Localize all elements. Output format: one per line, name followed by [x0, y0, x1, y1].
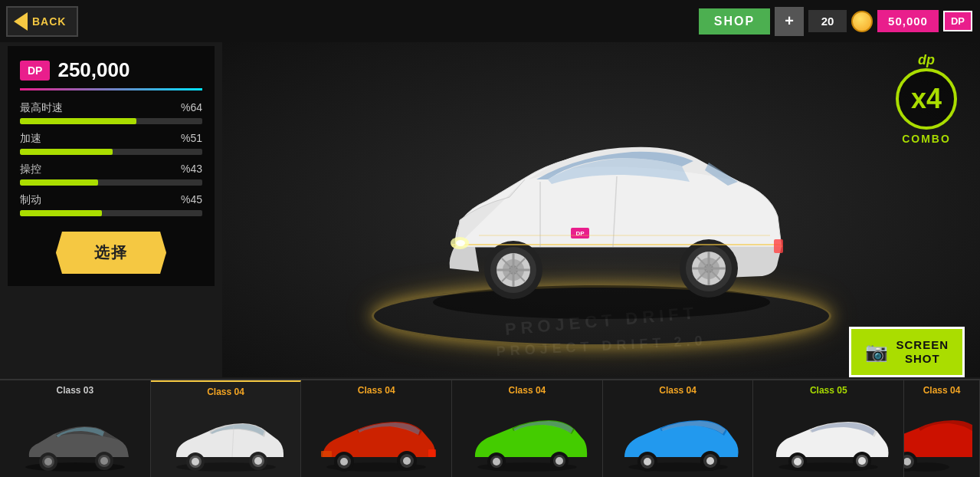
- car-class-label-2: Class 04: [207, 387, 244, 397]
- stat-handling-bar-bg: [20, 179, 202, 186]
- stat-accel-bar-fill: [20, 149, 113, 155]
- svg-point-41: [254, 457, 262, 465]
- stat-accel-value: %51: [181, 132, 202, 146]
- svg-point-68: [794, 458, 801, 465]
- stat-accel: 加速 %51: [20, 132, 202, 155]
- svg-point-54: [493, 458, 500, 465]
- stat-accel-bar-bg: [20, 149, 202, 155]
- car-thumb-svg-7: [904, 419, 980, 472]
- stat-speed-label: 最高时速: [20, 101, 63, 115]
- car-thumb-svg-6: [767, 419, 890, 472]
- dp-divider: [20, 88, 202, 90]
- stat-speed-bar-bg: [20, 118, 202, 124]
- car-thumb-4[interactable]: Class 04: [452, 380, 603, 477]
- coins-value: 20: [821, 15, 834, 28]
- svg-point-64: [706, 457, 714, 465]
- car-thumb-7[interactable]: Class 04: [904, 380, 980, 477]
- car-class-label-7: Class 04: [923, 385, 961, 396]
- stat-handling: 操控 %43: [20, 163, 202, 186]
- dp-badge-top: DP: [943, 11, 972, 31]
- svg-rect-43: [321, 451, 332, 457]
- car-class-label-3: Class 04: [358, 385, 395, 396]
- shop-button[interactable]: SHOP: [699, 8, 770, 35]
- svg-point-38: [192, 458, 199, 465]
- coins-display: 20: [808, 10, 847, 32]
- gold-value: 50,000: [888, 15, 928, 28]
- stat-handling-value: %43: [181, 163, 202, 176]
- svg-point-71: [858, 457, 866, 465]
- main-car-svg: DP: [387, 94, 816, 324]
- car-thumb-6[interactable]: Class 05: [753, 380, 904, 477]
- car-class-label-4: Class 04: [509, 385, 546, 396]
- car-thumb-svg-3: [315, 419, 438, 472]
- stat-speed: 最高时速 %64: [20, 101, 202, 124]
- screenshot-label: SCREEN SHOT: [896, 338, 949, 366]
- svg-rect-44: [428, 449, 436, 457]
- stat-brake-bar-bg: [20, 210, 202, 216]
- topbar-right: SHOP + 20 50,000 DP: [699, 7, 980, 36]
- svg-point-61: [644, 458, 651, 465]
- dp-value: 250,000: [57, 58, 129, 82]
- stat-speed-value: %64: [181, 101, 202, 115]
- screenshot-button[interactable]: 📷 SCREEN SHOT: [849, 327, 965, 377]
- car-selection-strip: Class 03 Class 04 Class 04: [0, 379, 980, 477]
- car-thumb-5[interactable]: Class 04: [603, 380, 754, 477]
- back-label: BACK: [32, 15, 66, 28]
- car-thumb-2[interactable]: Class 04: [151, 380, 302, 477]
- dp-badge: DP: [20, 61, 50, 81]
- stat-handling-bar-fill: [20, 179, 98, 186]
- stat-brake-value: %45: [181, 193, 202, 207]
- svg-point-33: [100, 457, 108, 465]
- svg-point-47: [340, 458, 348, 465]
- stat-brake: 制动 %45: [20, 193, 202, 216]
- stat-brake-label: 制动: [20, 193, 41, 207]
- combo-circle: x4: [896, 68, 957, 130]
- stat-brake-bar-fill: [20, 210, 102, 216]
- svg-point-50: [403, 457, 411, 465]
- stat-handling-label: 操控: [20, 163, 41, 176]
- camera-icon: 📷: [865, 341, 888, 363]
- dp-row: DP 250,000: [20, 58, 202, 82]
- svg-point-20: [456, 240, 465, 246]
- main-car-display: DP: [387, 94, 816, 327]
- car-thumb-svg-4: [466, 419, 588, 472]
- back-button[interactable]: BACK: [6, 6, 78, 37]
- gold-display: 50,000: [877, 10, 939, 32]
- stats-panel: DP 250,000 最高时速 %64 加速 %51 操控 %43 制动: [8, 46, 215, 286]
- svg-point-30: [44, 458, 52, 465]
- svg-rect-21: [774, 239, 783, 253]
- car-thumb-3[interactable]: Class 04: [301, 380, 452, 477]
- back-arrow-icon: [14, 12, 28, 31]
- car-class-label-5: Class 04: [659, 385, 696, 396]
- car-class-label-6: Class 05: [810, 385, 847, 396]
- car-thumb-svg-2: [165, 419, 287, 472]
- car-thumb-svg-1: [14, 419, 136, 472]
- combo-dp-label: dp: [918, 52, 935, 68]
- car-thumb-svg-5: [617, 419, 739, 472]
- svg-point-57: [556, 457, 563, 465]
- stat-speed-bar-fill: [20, 118, 136, 124]
- combo-label: COMBO: [902, 133, 951, 145]
- coin-icon: [851, 11, 873, 32]
- car-thumb-1[interactable]: Class 03: [0, 380, 151, 477]
- stat-accel-label: 加速: [20, 132, 41, 146]
- add-coins-button[interactable]: +: [775, 7, 804, 36]
- combo-display: dp x4 COMBO: [896, 52, 957, 145]
- select-button[interactable]: 选择: [56, 232, 166, 274]
- car-class-label-1: Class 03: [56, 385, 93, 396]
- top-bar: BACK SHOP + 20 50,000 DP: [0, 0, 980, 42]
